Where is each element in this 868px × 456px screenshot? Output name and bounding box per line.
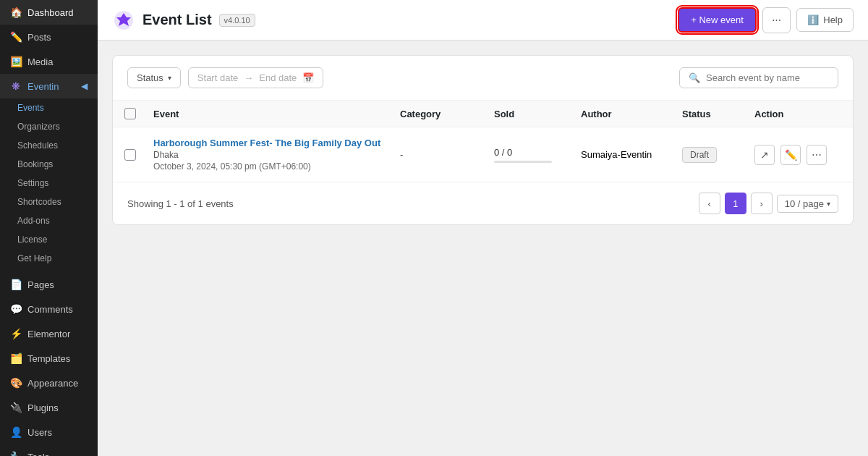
bookings-label: Bookings <box>17 159 53 169</box>
status-cell: Draft <box>682 147 754 163</box>
search-input[interactable] <box>706 72 829 83</box>
sidebar-sub-settings[interactable]: Settings <box>0 174 98 193</box>
col-category: Category <box>400 109 494 119</box>
sidebar-item-eventin[interactable]: ❋ Eventin ◀ <box>0 74 98 98</box>
start-date-placeholder: Start date <box>197 72 238 83</box>
table-header: Event Category Sold Author Status Action <box>113 101 853 127</box>
status-filter[interactable]: Status ▾ <box>127 67 181 88</box>
eventin-logo <box>112 9 135 32</box>
sidebar-item-plugins[interactable]: 🔌 Plugins <box>0 395 98 420</box>
sidebar-item-label: Elementor <box>27 329 70 339</box>
sidebar-item-label: Users <box>27 427 52 438</box>
version-badge: v4.0.10 <box>219 14 255 27</box>
sidebar-item-label: Plugins <box>27 402 59 413</box>
author-cell: Sumaiya-Eventin <box>581 149 682 160</box>
event-location: Dhaka <box>153 150 400 160</box>
new-event-button[interactable]: + New event <box>678 7 757 33</box>
search-box[interactable]: 🔍 <box>679 67 838 88</box>
sidebar-item-pages[interactable]: 📄 Pages <box>0 272 98 297</box>
sidebar-sub-bookings[interactable]: Bookings <box>0 155 98 174</box>
sidebar-item-tools[interactable]: 🔧 Tools <box>0 444 98 456</box>
sidebar-sub-events[interactable]: Events <box>0 98 98 117</box>
sidebar-item-dashboard[interactable]: 🏠 Dashboard <box>0 0 98 25</box>
dashboard-icon: 🏠 <box>10 7 22 18</box>
sidebar-item-media[interactable]: 🖼️ Media <box>0 49 98 74</box>
appearance-icon: 🎨 <box>10 377 22 389</box>
more-options-button[interactable]: ··· <box>762 7 791 33</box>
prev-page-button[interactable]: ‹ <box>699 193 720 214</box>
external-link-icon: ↗ <box>760 149 769 161</box>
plugins-icon: 🔌 <box>10 402 22 413</box>
sidebar-item-label: Posts <box>27 32 51 43</box>
per-page-selector[interactable]: 10 / page ▾ <box>777 195 838 213</box>
sidebar-item-label: Comments <box>27 304 73 315</box>
templates-icon: 🗂️ <box>10 352 22 364</box>
col-event: Event <box>153 109 400 119</box>
row-checkbox[interactable] <box>124 149 136 161</box>
sidebar-item-templates[interactable]: 🗂️ Templates <box>0 346 98 371</box>
page-1-button[interactable]: 1 <box>725 193 746 214</box>
events-label: Events <box>17 103 44 113</box>
view-action-button[interactable]: ↗ <box>754 145 775 165</box>
sidebar-sub-license[interactable]: License <box>0 230 98 249</box>
users-icon: 👤 <box>10 426 22 438</box>
search-icon: 🔍 <box>689 72 700 83</box>
next-page-button[interactable]: › <box>751 193 773 214</box>
event-date: October 3, 2024, 05:30 pm (GMT+06:00) <box>153 161 400 172</box>
sidebar-sub-shortcodes[interactable]: Shortcodes <box>0 193 98 211</box>
col-author: Author <box>581 109 682 119</box>
posts-icon: ✏️ <box>10 31 22 43</box>
event-name[interactable]: Harborough Summer Fest- The Big Family D… <box>153 138 400 148</box>
tools-icon: 🔧 <box>10 451 22 456</box>
edit-icon: ✏️ <box>785 149 797 161</box>
end-date-placeholder: End date <box>259 72 297 83</box>
main-content: Event List v4.0.10 + New event ··· ℹ️ He… <box>98 0 868 456</box>
sold-bar <box>494 161 552 163</box>
sidebar-item-elementor[interactable]: ⚡ Elementor <box>0 321 98 346</box>
edit-action-button[interactable]: ✏️ <box>780 145 801 165</box>
sidebar-item-comments[interactable]: 💬 Comments <box>0 297 98 321</box>
sidebar-item-posts[interactable]: ✏️ Posts <box>0 25 98 49</box>
sidebar-item-label: Pages <box>27 279 54 290</box>
filters-row: Status ▾ Start date → End date 📅 🔍 <box>113 56 853 101</box>
pagination: Showing 1 - 1 of 1 events ‹ 1 › 10 / pag… <box>113 182 853 224</box>
category-value: - <box>400 149 403 160</box>
sidebar-sub-gethelp[interactable]: Get Help <box>0 249 98 268</box>
pagination-controls: ‹ 1 › 10 / page ▾ <box>699 193 838 214</box>
comments-icon: 💬 <box>10 303 22 315</box>
sidebar-sub-addons[interactable]: Add-ons <box>0 211 98 230</box>
col-status: Status <box>682 109 754 119</box>
addons-label: Add-ons <box>17 216 50 226</box>
per-page-chevron-icon: ▾ <box>827 200 830 208</box>
event-list-card: Status ▾ Start date → End date 📅 🔍 <box>112 55 854 225</box>
sidebar-item-label: Dashboard <box>27 7 74 18</box>
elementor-icon: ⚡ <box>10 328 22 339</box>
row-checkbox-cell[interactable] <box>124 149 153 161</box>
help-button[interactable]: ℹ️ Help <box>796 8 854 32</box>
topbar-left: Event List v4.0.10 <box>112 9 255 32</box>
date-filter[interactable]: Start date → End date 📅 <box>188 67 323 88</box>
sidebar-item-label: Templates <box>27 353 70 364</box>
per-page-label: 10 / page <box>785 198 824 209</box>
topbar: Event List v4.0.10 + New event ··· ℹ️ He… <box>98 0 868 41</box>
topbar-right: + New event ··· ℹ️ Help <box>678 7 854 33</box>
help-icon: ℹ️ <box>807 14 819 25</box>
sidebar-sub-schedules[interactable]: Schedules <box>0 136 98 155</box>
table-row: Harborough Summer Fest- The Big Family D… <box>113 127 853 182</box>
sidebar-item-appearance[interactable]: 🎨 Appearance <box>0 371 98 395</box>
sidebar-sub-organizers[interactable]: Organizers <box>0 117 98 136</box>
arrow-icon: → <box>244 72 253 83</box>
settings-label: Settings <box>17 178 48 188</box>
sidebar-item-users[interactable]: 👤 Users <box>0 420 98 444</box>
author-value: Sumaiya-Eventin <box>581 149 652 160</box>
more-action-button[interactable]: ⋯ <box>807 145 827 165</box>
select-all-cell[interactable] <box>124 108 153 119</box>
content-area: Status ▾ Start date → End date 📅 🔍 <box>98 41 868 456</box>
select-all-checkbox[interactable] <box>124 108 136 119</box>
pages-icon: 📄 <box>10 279 22 290</box>
eventin-icon: ❋ <box>10 80 22 92</box>
organizers-label: Organizers <box>17 122 60 132</box>
sidebar-item-label: Tools <box>27 452 49 457</box>
sold-value: 0 / 0 <box>494 147 512 158</box>
chevron-down-icon: ▾ <box>168 74 171 82</box>
